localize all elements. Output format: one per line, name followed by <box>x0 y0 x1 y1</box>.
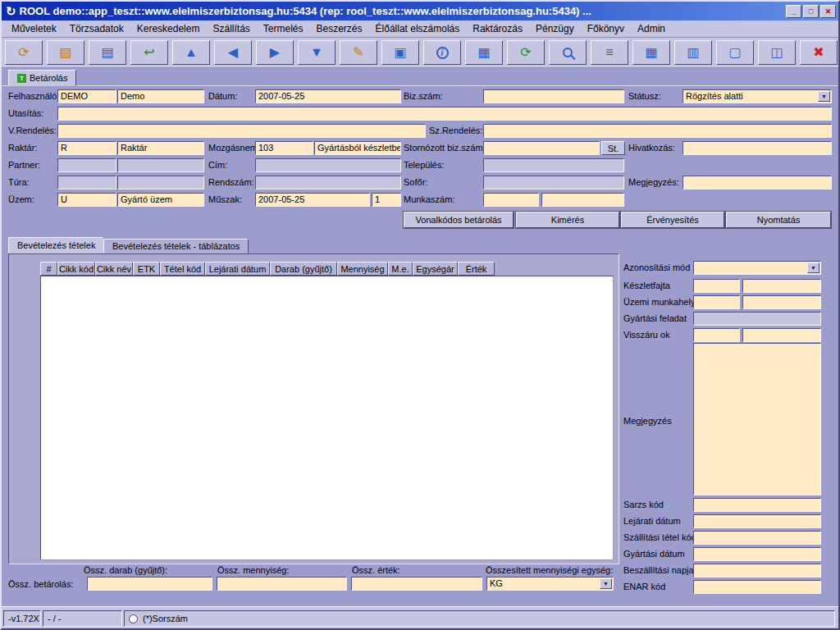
previous-record-button[interactable]: ◀ <box>214 40 252 65</box>
megjegyzes-field[interactable] <box>682 176 832 189</box>
szallitasi-tetel-kod-field[interactable] <box>693 531 821 545</box>
open-button[interactable]: ▨ <box>47 40 84 65</box>
uzem-name-field[interactable]: Gyártó üzem <box>117 193 204 207</box>
azonositasi-mod-select[interactable]: ▼ <box>693 261 821 275</box>
calendar-button[interactable]: ▦ <box>465 40 503 65</box>
visszaru-ok-code-field[interactable] <box>693 328 740 342</box>
tab-betarolas[interactable]: T Betárolás <box>8 70 76 86</box>
column-header-ertek[interactable]: Érték <box>458 262 495 276</box>
column-header-darab[interactable]: Darab (gyűjtő) <box>270 262 337 276</box>
column-header-egysegar[interactable]: Egységár <box>413 262 458 276</box>
tab-bevetelezes-tetelek-tablazatos[interactable]: Bevételezés tételek - táblázatos <box>103 239 249 253</box>
menu-muveletek[interactable]: Műveletek <box>5 21 63 36</box>
stornozott-field[interactable] <box>483 141 600 155</box>
undo-button[interactable]: ↩ <box>130 40 168 65</box>
first-record-button[interactable]: ▲ <box>172 40 210 65</box>
tab-bevetelezes-tetelek[interactable]: Bevételezés tételek <box>8 237 104 253</box>
column-header-lejarati-datum[interactable]: Lejárati dátum <box>205 262 270 276</box>
cells-button[interactable]: ◫ <box>758 40 796 65</box>
chevron-down-icon[interactable]: ▼ <box>818 91 830 102</box>
munkaszam-field-2[interactable] <box>541 193 624 207</box>
totals-ertek-field[interactable] <box>351 577 482 591</box>
szallitasi-tetel-kod-label: Szállítási tétel kód <box>623 532 696 542</box>
beszallitasi-napja-field[interactable] <box>693 564 821 578</box>
menu-admin[interactable]: Admin <box>631 21 672 36</box>
next-record-button[interactable]: ▶ <box>256 40 294 65</box>
save-button[interactable]: ▤ <box>89 40 126 65</box>
enar-kod-field[interactable] <box>693 580 821 594</box>
menu-kereskedelem[interactable]: Kereskedelem <box>130 21 207 36</box>
table-button[interactable]: ▥ <box>674 40 712 65</box>
close-button[interactable]: ✕ <box>820 5 836 18</box>
vonalkodos-betarolas-button[interactable]: Vonalkódos betárolás <box>404 212 514 228</box>
menu-raktarozas[interactable]: Raktározás <box>466 21 529 36</box>
totals-mennyiseg-field[interactable] <box>217 577 347 591</box>
storno-button[interactable]: St. <box>601 141 625 155</box>
statusz-select[interactable]: Rögzítés alatti ▼ <box>682 89 832 103</box>
items-table-body[interactable] <box>40 276 614 560</box>
hivatkozas-field[interactable] <box>682 141 832 155</box>
column-header-num[interactable]: # <box>40 262 57 276</box>
detail-tabstrip: Bevételezés tételek Bevételezés tételek … <box>2 235 838 253</box>
totals-darab-label: Össz. darab (gyűjtő): <box>84 565 167 575</box>
uzemi-munkahely-code-field[interactable] <box>693 295 740 309</box>
mozgasnem-name-field[interactable]: Gyártásból készletbev <box>314 141 401 155</box>
menu-termeles[interactable]: Termelés <box>257 21 310 36</box>
column-header-mennyiseg[interactable]: Mennyiség <box>337 262 388 276</box>
muszak-date-field[interactable]: 2007-05-25 <box>255 193 370 207</box>
column-header-cikk-nev[interactable]: Cikk név <box>95 262 133 276</box>
search-button[interactable] <box>549 40 587 65</box>
uzemi-munkahely-name-field[interactable] <box>742 295 821 309</box>
sorszam-radio[interactable] <box>129 614 138 623</box>
column-header-cikk-kod[interactable]: Cikk kód <box>57 262 95 276</box>
sarzs-kod-field[interactable] <box>693 498 821 512</box>
last-record-button[interactable]: ▼ <box>298 40 336 65</box>
nyomtatas-button[interactable]: Nyomtatás <box>726 212 831 228</box>
grid-button[interactable]: ▦ <box>632 40 670 65</box>
felhasznalo-code-field[interactable]: DEMO <box>57 89 116 103</box>
raktar-code-field[interactable]: R <box>57 141 116 155</box>
refresh-button[interactable]: ⟳ <box>507 40 545 65</box>
menu-eloallat-elszamolas[interactable]: Élőállat elszámolás <box>369 21 467 36</box>
menu-torzsadatok[interactable]: Törzsadatok <box>63 21 130 36</box>
visszaru-ok-name-field[interactable] <box>742 328 821 342</box>
keszletfajta-name-field[interactable] <box>742 279 821 293</box>
totals-egyseg-select[interactable]: KG ▼ <box>486 577 614 591</box>
felhasznalo-name-field[interactable]: Demo <box>117 89 204 103</box>
panel-lejarati-datum-field[interactable] <box>693 514 821 528</box>
menu-penzugy[interactable]: Pénzügy <box>529 21 581 36</box>
info-button[interactable]: i <box>423 40 461 65</box>
menu-szallitas[interactable]: Szállítás <box>206 21 256 36</box>
copy-button[interactable]: ▣ <box>381 40 419 65</box>
raktar-name-field[interactable]: Raktár <box>117 141 204 155</box>
maximize-button[interactable]: □ <box>803 5 819 18</box>
munkaszam-field-1[interactable] <box>483 193 539 207</box>
muszak-shift-field[interactable]: 1 <box>372 193 401 207</box>
kimeres-button[interactable]: Kimérés <box>516 212 619 228</box>
menu-fokonyv[interactable]: Főkönyv <box>581 21 631 36</box>
uzem-code-field[interactable]: U <box>57 193 116 207</box>
column-header-etk[interactable]: ETK <box>133 262 160 276</box>
sz-rendeles-field[interactable] <box>483 124 832 138</box>
chevron-down-icon[interactable]: ▼ <box>807 262 819 273</box>
chevron-down-icon[interactable]: ▼ <box>600 578 612 589</box>
column-header-me[interactable]: M.e. <box>388 262 413 276</box>
edit-button[interactable]: ✎ <box>340 40 377 65</box>
delete-button[interactable]: ✖ <box>800 40 838 65</box>
window-view-button[interactable]: ▢ <box>716 40 754 65</box>
minimize-button[interactable]: _ <box>786 5 801 18</box>
utasitas-field[interactable] <box>57 107 832 121</box>
totals-darab-field[interactable] <box>87 577 212 591</box>
sync-button[interactable]: ⟳ <box>5 40 43 65</box>
gyartasi-datum-field[interactable] <box>693 547 821 561</box>
panel-megjegyzes-textarea[interactable] <box>693 343 821 495</box>
print-button[interactable]: ≡ <box>591 40 628 65</box>
bizszam-field[interactable] <box>483 89 624 103</box>
datum-field[interactable]: 2007-05-25 <box>255 89 401 103</box>
keszletfajta-code-field[interactable] <box>693 279 740 293</box>
menu-beszerzes[interactable]: Beszerzés <box>310 21 369 36</box>
column-header-tetel-kod[interactable]: Tétel kód <box>160 262 205 276</box>
ervenyesites-button[interactable]: Érvényesítés <box>621 212 724 228</box>
v-rendeles-field[interactable] <box>57 124 426 138</box>
mozgasnem-code-field[interactable]: 103 <box>255 141 313 155</box>
